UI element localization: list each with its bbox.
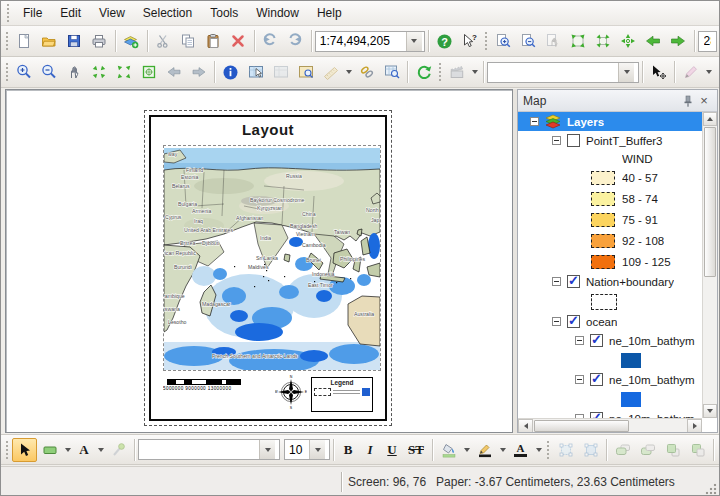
scrollbar-thumb[interactable] — [534, 420, 629, 432]
cut-button[interactable] — [151, 29, 176, 53]
map-frame[interactable]: wayFinlandEstoniaBelarusBulgariaArmeniaC… — [163, 145, 381, 371]
legend-class-swatch[interactable] — [591, 255, 615, 269]
legend-class-row[interactable]: 40 - 57 — [518, 167, 702, 188]
layer-checkbox[interactable] — [590, 373, 603, 386]
toolbar-grip[interactable] — [547, 441, 550, 459]
tree-row-sublayer[interactable]: ne_10m_bathym — [518, 331, 702, 350]
page-neatline[interactable]: Layout — [149, 115, 387, 421]
select-elements-tool-button[interactable] — [12, 438, 37, 462]
font-combo-input[interactable] — [139, 441, 259, 458]
zoom-percent-box[interactable] — [698, 31, 717, 52]
tree-row-layer[interactable]: Nation+boundary — [518, 272, 702, 291]
italic-button[interactable]: I — [359, 438, 381, 462]
group-button[interactable] — [578, 438, 603, 462]
html-popup-button[interactable] — [379, 60, 404, 84]
text-color-button[interactable]: A — [508, 438, 533, 462]
send-to-back-button[interactable] — [635, 438, 660, 462]
tree-expander-icon[interactable] — [552, 317, 561, 326]
delete-button[interactable] — [226, 29, 251, 53]
tree-row-sublayer[interactable]: ne_10m_bathym — [518, 370, 702, 389]
toolbar-grip[interactable] — [439, 63, 441, 81]
identify-button[interactable] — [218, 60, 243, 84]
legend-class-swatch[interactable] — [591, 171, 615, 185]
text-color-dropdown[interactable] — [533, 438, 544, 462]
add-data-button[interactable] — [119, 29, 144, 53]
underline-button[interactable]: U — [381, 438, 403, 462]
tree-row-layer[interactable]: PointT_Buffer3 — [518, 131, 702, 150]
zoom-out-page-button[interactable] — [516, 29, 541, 53]
legend-class-swatch[interactable] — [591, 192, 615, 206]
editor-combo-dropdown[interactable] — [618, 63, 634, 82]
zoom-whole-page-button[interactable] — [566, 29, 591, 53]
bring-forward-button[interactable] — [660, 438, 685, 462]
legend-class-swatch[interactable] — [591, 213, 615, 227]
fixed-zoom-out-button[interactable] — [111, 60, 136, 84]
help-button[interactable]: ? — [432, 29, 457, 53]
map-image[interactable]: wayFinlandEstoniaBelarusBulgariaArmeniaC… — [164, 146, 380, 370]
layer-swatch[interactable] — [621, 353, 641, 368]
refresh-button[interactable] — [411, 60, 436, 84]
tree-expander-icon[interactable] — [552, 136, 561, 145]
tree-expander-icon[interactable] — [530, 117, 539, 126]
layer-checkbox[interactable] — [567, 315, 580, 328]
layout-page[interactable]: Layout — [144, 110, 392, 426]
toolbar-grip[interactable] — [485, 32, 488, 50]
scale-dropdown-button[interactable] — [406, 32, 422, 51]
menu-view[interactable]: View — [90, 3, 134, 23]
font-size-dropdown[interactable] — [309, 440, 325, 459]
shape-tool-dropdown[interactable] — [62, 438, 73, 462]
layout-canvas[interactable]: Layout — [5, 89, 513, 433]
layer-checkbox[interactable] — [567, 134, 580, 147]
save-button[interactable] — [62, 29, 87, 53]
layer-swatch[interactable] — [621, 392, 641, 407]
bring-to-front-button[interactable] — [610, 438, 635, 462]
select-features-button[interactable] — [243, 60, 268, 84]
fixed-zoom-in-button[interactable] — [86, 60, 111, 84]
new-document-button[interactable] — [12, 29, 37, 53]
vertical-scrollbar[interactable] — [702, 112, 717, 418]
tree-row-sublayer[interactable]: ne_10m_bathym — [518, 409, 702, 418]
tree-expander-icon[interactable] — [575, 375, 584, 384]
fill-color-button[interactable] — [436, 438, 461, 462]
forward-extent-button[interactable] — [186, 60, 211, 84]
select-elements-button[interactable] — [646, 60, 671, 84]
profile-tool-button[interactable] — [714, 60, 720, 84]
zoom-100-button[interactable] — [591, 29, 616, 53]
bold-button[interactable]: B — [337, 438, 359, 462]
editor-combo[interactable] — [487, 62, 639, 83]
scroll-up-button[interactable] — [703, 112, 717, 126]
strikethrough-button[interactable]: ST — [403, 438, 429, 462]
whats-this-button[interactable]: ? — [457, 29, 482, 53]
north-arrow[interactable]: N E S W — [275, 375, 307, 412]
copy-button[interactable] — [176, 29, 201, 53]
paste-button[interactable] — [201, 29, 226, 53]
scroll-left-button[interactable] — [518, 419, 533, 433]
legend-class-swatch[interactable] — [591, 234, 615, 248]
menu-file[interactable]: File — [14, 3, 51, 23]
zoom-in-button[interactable] — [11, 60, 36, 84]
go-back-extent-button[interactable] — [641, 29, 666, 53]
measure-button[interactable] — [318, 60, 343, 84]
layer-checkbox[interactable] — [590, 334, 603, 347]
shape-tool-button[interactable] — [37, 438, 62, 462]
tree-expander-icon[interactable] — [575, 336, 584, 345]
layer-swatch-row[interactable] — [518, 389, 702, 409]
line-color-dropdown[interactable] — [497, 438, 508, 462]
back-extent-button[interactable] — [161, 60, 186, 84]
map-scale-input[interactable] — [316, 33, 406, 50]
zoom-out-button[interactable] — [36, 60, 61, 84]
pin-icon[interactable] — [680, 93, 696, 108]
scroll-down-button[interactable] — [703, 404, 717, 418]
menu-help[interactable]: Help — [308, 3, 351, 23]
select-handles-button[interactable] — [553, 438, 578, 462]
redo-button[interactable] — [283, 29, 308, 53]
legend-class-row[interactable]: 75 - 91 — [518, 209, 702, 230]
menu-window[interactable]: Window — [247, 3, 308, 23]
menu-selection[interactable]: Selection — [134, 3, 201, 23]
full-extent-button[interactable] — [136, 60, 161, 84]
font-size-input[interactable] — [285, 441, 309, 458]
sketch-dropdown[interactable] — [703, 60, 714, 84]
pan-page-button[interactable] — [541, 29, 566, 53]
font-size-combo[interactable] — [284, 439, 330, 460]
font-combo-dropdown[interactable] — [259, 440, 275, 459]
